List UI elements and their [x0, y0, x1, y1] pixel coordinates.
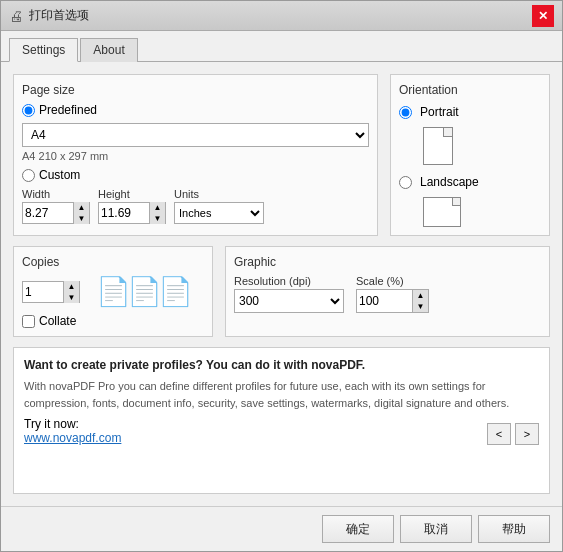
height-down-btn[interactable]: ▼ — [149, 213, 165, 224]
scale-input[interactable] — [357, 290, 412, 312]
bottom-panels: Copies ▲ ▼ 📄📄📄 Collate — [13, 246, 550, 337]
copies-label: Copies — [22, 255, 204, 269]
promo-title: Want to create private profiles? You can… — [24, 358, 539, 372]
footer: 确定 取消 帮助 — [1, 506, 562, 551]
height-spinner: 11.69 ▲ ▼ — [98, 202, 166, 224]
width-input[interactable]: 8.27 — [23, 203, 73, 223]
copies-section: Copies ▲ ▼ 📄📄📄 Collate — [13, 246, 213, 337]
dimensions-grid: Width 8.27 ▲ ▼ Height 11.69 — [22, 188, 369, 224]
scale-label: Scale (%) — [356, 275, 429, 287]
custom-radio[interactable] — [22, 169, 35, 182]
main-window: 🖨 打印首选项 ✕ Settings About Page size Prede… — [0, 0, 563, 552]
page-size-section: Page size Predefined A4 A4 210 x 297 mm … — [13, 74, 378, 236]
predefined-dropdown[interactable]: A4 — [22, 123, 369, 147]
copies-down-btn[interactable]: ▼ — [63, 292, 79, 303]
scale-item: Scale (%) ▲ ▼ — [356, 275, 429, 313]
graphic-section: Graphic Resolution (dpi) 300 Scale (%) — [225, 246, 550, 337]
custom-label: Custom — [39, 168, 80, 182]
resolution-item: Resolution (dpi) 300 — [234, 275, 344, 313]
portrait-row: Portrait — [399, 105, 541, 119]
try-text: Try it now: — [24, 417, 79, 431]
predefined-radio-row: Predefined — [22, 103, 369, 117]
graphic-row: Resolution (dpi) 300 Scale (%) ▲ ▼ — [234, 275, 541, 313]
orientation-label: Orientation — [399, 83, 541, 97]
portrait-label: Portrait — [420, 105, 459, 119]
height-input[interactable]: 11.69 — [99, 203, 149, 223]
landscape-row: Landscape — [399, 175, 541, 189]
graphic-label: Graphic — [234, 255, 541, 269]
width-up-btn[interactable]: ▲ — [73, 202, 89, 213]
width-item: Width 8.27 ▲ ▼ — [22, 188, 90, 224]
copies-pages-icon: 📄📄📄 — [96, 275, 189, 308]
landscape-icon — [423, 197, 461, 227]
copies-input[interactable] — [23, 282, 63, 302]
height-label: Height — [98, 188, 166, 200]
portrait-radio[interactable] — [399, 106, 412, 119]
content-area: Page size Predefined A4 A4 210 x 297 mm … — [1, 62, 562, 506]
help-button[interactable]: 帮助 — [478, 515, 550, 543]
promo-prev-btn[interactable]: < — [487, 423, 511, 445]
custom-radio-row: Custom — [22, 168, 369, 182]
collate-checkbox[interactable] — [22, 315, 35, 328]
predefined-radio[interactable] — [22, 104, 35, 117]
copies-row: ▲ ▼ 📄📄📄 — [22, 275, 204, 308]
width-spinner: 8.27 ▲ ▼ — [22, 202, 90, 224]
scale-down-btn[interactable]: ▼ — [412, 301, 428, 312]
promo-next-btn[interactable]: > — [515, 423, 539, 445]
copies-up-btn[interactable]: ▲ — [63, 281, 79, 292]
landscape-label: Landscape — [420, 175, 479, 189]
cancel-button[interactable]: 取消 — [400, 515, 472, 543]
resolution-dropdown[interactable]: 300 — [234, 289, 344, 313]
portrait-icon — [423, 127, 453, 165]
copies-spinner: ▲ ▼ — [22, 281, 80, 303]
units-label: Units — [174, 188, 264, 200]
close-button[interactable]: ✕ — [532, 5, 554, 27]
predefined-label: Predefined — [39, 103, 97, 117]
orientation-section: Orientation Portrait Landscape — [390, 74, 550, 236]
promo-text: With novaPDF Pro you can define differen… — [24, 378, 539, 411]
title-bar: 🖨 打印首选项 ✕ — [1, 1, 562, 31]
promo-nav: < > — [487, 423, 539, 445]
resolution-label: Resolution (dpi) — [234, 275, 344, 287]
width-down-btn[interactable]: ▼ — [73, 213, 89, 224]
collate-label: Collate — [39, 314, 76, 328]
size-hint: A4 210 x 297 mm — [22, 150, 369, 162]
width-label: Width — [22, 188, 90, 200]
tab-about[interactable]: About — [80, 38, 137, 62]
page-size-label: Page size — [22, 83, 369, 97]
promo-link[interactable]: www.novapdf.com — [24, 431, 121, 445]
height-item: Height 11.69 ▲ ▼ — [98, 188, 166, 224]
tab-bar: Settings About — [1, 31, 562, 62]
tab-settings[interactable]: Settings — [9, 38, 78, 62]
top-row: Page size Predefined A4 A4 210 x 297 mm … — [13, 74, 550, 236]
window-title: 打印首选项 — [29, 7, 89, 24]
height-up-btn[interactable]: ▲ — [149, 202, 165, 213]
page-stack-icon: 📄📄📄 — [96, 275, 189, 308]
scale-up-btn[interactable]: ▲ — [412, 290, 428, 301]
promo-bottom: Try it now: www.novapdf.com < > — [24, 417, 539, 445]
scale-spinner: ▲ ▼ — [356, 289, 429, 313]
printer-icon: 🖨 — [9, 8, 23, 24]
ok-button[interactable]: 确定 — [322, 515, 394, 543]
units-item: Units Inches — [174, 188, 264, 224]
landscape-radio[interactable] — [399, 176, 412, 189]
collate-row: Collate — [22, 314, 204, 328]
promo-section: Want to create private profiles? You can… — [13, 347, 550, 494]
units-dropdown[interactable]: Inches — [174, 202, 264, 224]
